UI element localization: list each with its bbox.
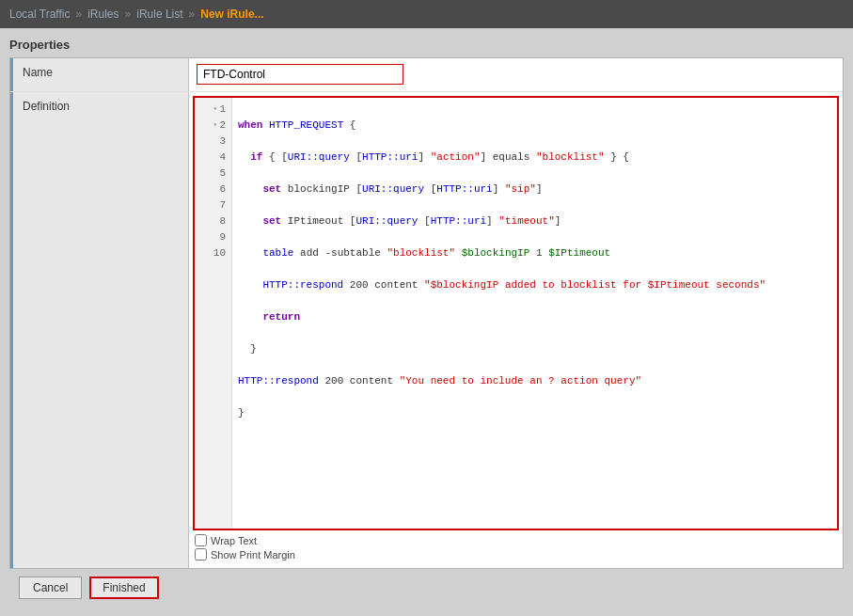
finished-button[interactable]: Finished: [89, 577, 158, 599]
nav-sep1: »: [75, 8, 82, 21]
show-print-margin-option[interactable]: Show Print Margin: [195, 548, 837, 561]
main-container: Properties Name Definition ▾1 ▾2 3 4: [0, 28, 853, 616]
line-numbers: ▾1 ▾2 3 4 5 6 7 8 9 10: [195, 98, 232, 529]
definition-label: Definition: [10, 92, 189, 568]
name-label: Name: [10, 58, 189, 91]
wrap-text-label: Wrap Text: [211, 535, 257, 546]
definition-value-cell: ▾1 ▾2 3 4 5 6 7 8 9 10 when HTTP_REQUEST…: [189, 92, 843, 568]
properties-card: Name Definition ▾1 ▾2 3 4 5 6: [9, 57, 844, 569]
cancel-button[interactable]: Cancel: [19, 577, 82, 599]
nav-part2[interactable]: iRules: [87, 8, 118, 21]
code-content[interactable]: when HTTP_REQUEST { if { [URI::query [HT…: [232, 98, 837, 529]
show-print-margin-checkbox[interactable]: [195, 548, 207, 561]
show-print-margin-label: Show Print Margin: [211, 549, 295, 561]
nav-sep3: »: [189, 8, 196, 21]
bottom-bar: Cancel Finished: [9, 569, 844, 607]
definition-row: Definition ▾1 ▾2 3 4 5 6 7 8 9 1: [10, 92, 843, 568]
section-title: Properties: [9, 38, 844, 52]
wrap-text-option[interactable]: Wrap Text: [195, 534, 837, 546]
nav-part1[interactable]: Local Traffic: [9, 8, 70, 21]
top-nav-bar: Local Traffic » iRules » iRule List » Ne…: [0, 0, 853, 28]
wrap-text-checkbox[interactable]: [195, 534, 207, 546]
nav-part3[interactable]: iRule List: [136, 8, 182, 21]
code-editor[interactable]: ▾1 ▾2 3 4 5 6 7 8 9 10 when HTTP_REQUEST…: [193, 96, 839, 530]
nav-current: New iRule...: [200, 8, 263, 21]
name-value-cell: [189, 58, 843, 91]
name-input[interactable]: [197, 64, 403, 85]
nav-sep2: »: [125, 8, 132, 21]
name-row: Name: [10, 58, 843, 92]
editor-options: Wrap Text Show Print Margin: [193, 530, 839, 564]
